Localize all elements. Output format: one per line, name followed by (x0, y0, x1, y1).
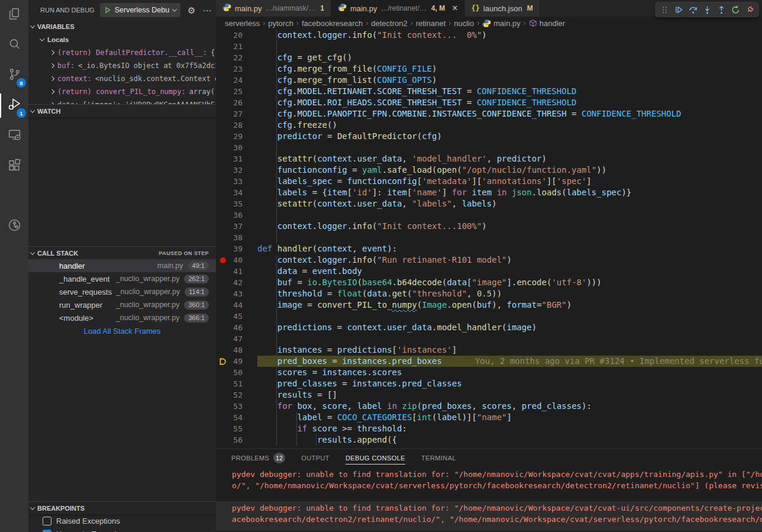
stack-frame[interactable]: <module>_nuclio_wrapper.py366:1 (28, 311, 216, 324)
code-editor[interactable]: 20 context.logger.info("Init context... … (216, 30, 762, 449)
checkbox-unchecked[interactable] (43, 517, 51, 525)
gutter[interactable]: 33 (216, 176, 257, 187)
gutter[interactable]: 35 (216, 198, 257, 209)
gutter[interactable]: 45 (216, 311, 257, 322)
watch-section-header[interactable]: WATCH (28, 104, 216, 117)
gutter[interactable]: 24 (216, 75, 257, 86)
activity-bar-item-source-control[interactable]: 8 (0, 60, 28, 91)
panel-tab-terminal[interactable]: TERMINAL (421, 449, 456, 467)
launch-config-dropdown[interactable]: Serverless Debu (100, 3, 180, 17)
activity-bar-item-git-graph[interactable] (0, 211, 28, 241)
gutter[interactable]: 29 (216, 131, 257, 142)
activity-bar-item-docker[interactable] (0, 181, 28, 211)
step-into-icon (703, 5, 712, 14)
breadcrumb-item-nuclio[interactable]: nuclio (454, 19, 474, 28)
variable-row[interactable]: (return) DefaultPredictor.__call__:{'ins… (28, 46, 216, 59)
variable-row[interactable]: data:{'image': 'iVBORw0KGgoAAAANSUhE… 55 (28, 98, 216, 104)
editor-tab-main-py[interactable]: main.py…/retinanet/…4, M× (331, 0, 465, 17)
load-all-stack-frames-link[interactable]: Load All Stack Frames (28, 324, 216, 337)
step-over-button[interactable] (686, 3, 700, 16)
gutter[interactable]: 30 (216, 142, 257, 153)
variable-row[interactable]: buf:<_io.BytesIO object at 0x7f5a2dc1ecc… (28, 59, 216, 72)
gutter[interactable]: 36 (216, 209, 257, 221)
gutter[interactable]: 28 (216, 120, 257, 131)
gutter[interactable]: 25 (216, 86, 257, 97)
gutter[interactable]: 46 (216, 322, 257, 333)
breadcrumb-item-pytorch[interactable]: pytorch (268, 19, 293, 28)
stack-frame[interactable]: serve_requests_nuclio_wrapper.py114:1 (28, 285, 216, 298)
disconnect-button[interactable] (742, 3, 757, 16)
gutter[interactable]: 55 (216, 423, 257, 434)
panel-tab-debug-console[interactable]: DEBUG CONSOLE (346, 449, 405, 467)
gutter[interactable]: 43 (216, 288, 257, 299)
gutter[interactable]: 53 (216, 401, 257, 412)
start-debug-icon[interactable] (104, 7, 111, 14)
gutter[interactable]: 51 (216, 378, 257, 389)
gutter[interactable]: 26 (216, 97, 257, 108)
step-into-button[interactable] (700, 3, 714, 16)
editor-tab-main-py[interactable]: main.py…/siammask/…1 (216, 0, 331, 17)
activity-bar-item-extensions[interactable] (0, 151, 28, 181)
stack-frame[interactable]: handlermain.py49:1 (28, 259, 216, 272)
gutter[interactable]: 41 (216, 266, 257, 277)
gutter[interactable]: 31 (216, 153, 257, 165)
gutter[interactable]: 40 (216, 254, 257, 266)
close-icon[interactable]: × (452, 4, 457, 13)
gutter[interactable]: 49 (216, 356, 257, 367)
gutter[interactable]: 38 (216, 232, 257, 243)
panel-tab-problems[interactable]: PROBLEMS12 (231, 449, 285, 467)
restart-button[interactable] (728, 3, 742, 16)
gutter[interactable]: 47 (216, 333, 257, 344)
variable-row[interactable]: (return) convert_PIL_to_numpy:array([[[ … (28, 85, 216, 98)
gutter[interactable]: 23 (216, 63, 257, 75)
gutter[interactable]: 44 (216, 299, 257, 311)
stack-frame[interactable]: run_wrapper_nuclio_wrapper.py360:1 (28, 298, 216, 311)
locals-scope-row[interactable]: Locals (28, 33, 216, 46)
checkbox-checked[interactable] (43, 530, 51, 532)
debug-settings-gear-icon[interactable]: ⚙ (188, 6, 195, 15)
gutter[interactable]: 27 (216, 108, 257, 120)
gutter[interactable]: 56 (216, 434, 257, 446)
code-text (257, 232, 762, 243)
gutter[interactable]: 39 (216, 243, 257, 254)
breakpoint-row[interactable]: Raised Exceptions (28, 514, 216, 527)
activity-bar-item-remote-explorer[interactable] (0, 121, 28, 151)
breadcrumb-item-main-py[interactable]: main.py (482, 19, 521, 28)
gutter[interactable]: 42 (216, 277, 257, 288)
breadcrumb-item-retinanet[interactable]: retinanet (416, 19, 446, 28)
stack-frame[interactable]: _handle_event_nuclio_wrapper.py262:1 (28, 272, 216, 285)
gutter[interactable]: 48 (216, 344, 257, 356)
continue-button[interactable] (671, 3, 686, 16)
more-actions-icon[interactable]: ⋯ (203, 6, 212, 15)
activity-bar-item-run-and-debug[interactable]: 1 (0, 91, 28, 121)
gutter[interactable]: 22 (216, 52, 257, 63)
breakpoints-section-header[interactable]: BREAKPOINTS (28, 501, 216, 514)
indent-guide (276, 86, 277, 97)
editor-tab-launch-json[interactable]: {}launch.jsonM (465, 0, 540, 17)
gutter[interactable]: 21 (216, 41, 257, 52)
activity-bar-item-explorer[interactable] (0, 0, 28, 30)
indent-guide (276, 333, 277, 344)
gutter[interactable]: 34 (216, 187, 257, 198)
variables-section-header[interactable]: VARIABLES (28, 20, 216, 33)
gutter[interactable]: 37 (216, 221, 257, 232)
breadcrumb-item-handler[interactable]: handler (529, 19, 565, 28)
panel-tab-output[interactable]: OUTPUT (301, 449, 330, 467)
code-line-51: 51 pred_classes = instances.pred_classes (216, 378, 762, 389)
breakpoint-row[interactable]: Uncaught Exceptions (28, 527, 216, 532)
gutter[interactable]: 32 (216, 165, 257, 176)
line-number: 56 (217, 434, 243, 446)
debug-console-output[interactable]: pydev debugger: unable to find translati… (216, 467, 762, 532)
call-stack-section-header[interactable]: CALL STACK PAUSED ON STEP (28, 246, 216, 259)
gutter[interactable]: 52 (216, 389, 257, 401)
breadcrumb-item-detectron2[interactable]: detectron2 (371, 19, 407, 28)
gutter[interactable]: 20 (216, 30, 257, 41)
step-out-button[interactable] (714, 3, 728, 16)
code-line-30: 30 (216, 142, 762, 153)
breadcrumb-item-facebookresearch[interactable]: facebookresearch (302, 19, 363, 28)
breadcrumb-item-serverless[interactable]: serverless (225, 19, 260, 28)
activity-bar-item-search[interactable] (0, 30, 28, 60)
variable-row[interactable]: context:<nuclio_sdk.context.Context obje… (28, 72, 216, 85)
gutter[interactable]: 50 (216, 367, 257, 378)
gutter[interactable]: 54 (216, 412, 257, 423)
